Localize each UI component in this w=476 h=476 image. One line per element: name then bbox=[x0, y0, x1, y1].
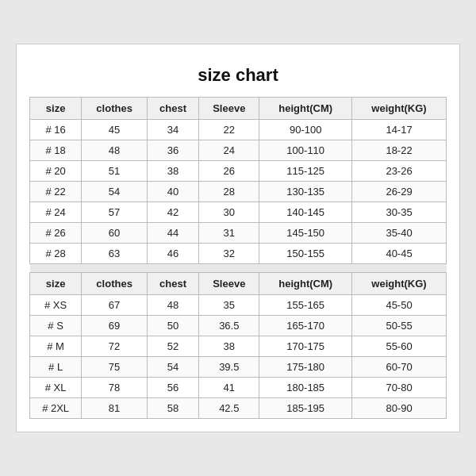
col-header-clothes-1: clothes bbox=[82, 98, 148, 120]
table-row: # 26604431145-15035-40 bbox=[30, 223, 447, 244]
table-row: # L755439.5175-18060-70 bbox=[30, 357, 447, 378]
table-row: # S695036.5165-17050-55 bbox=[30, 316, 447, 336]
col-header-chest-2: chest bbox=[147, 273, 198, 295]
size-chart-table: size clothes chest Sleeve height(CM) wei… bbox=[29, 97, 447, 419]
col-header-size-2: size bbox=[30, 273, 82, 295]
chart-title: size chart bbox=[29, 57, 447, 97]
col-header-sleeve-1: Sleeve bbox=[199, 98, 259, 120]
section-divider bbox=[30, 264, 447, 273]
table-row: # 24574230140-14530-35 bbox=[30, 202, 447, 223]
table-row: # 2XL815842.5185-19580-90 bbox=[30, 398, 447, 419]
table-row: # 28634632150-15540-45 bbox=[30, 244, 447, 264]
col-header-weight-1: weight(KG) bbox=[352, 98, 447, 120]
col-header-clothes-2: clothes bbox=[82, 273, 148, 295]
col-header-size-1: size bbox=[30, 98, 82, 120]
col-header-chest-1: chest bbox=[147, 98, 198, 120]
col-header-sleeve-2: Sleeve bbox=[199, 273, 259, 295]
col-header-weight-2: weight(KG) bbox=[352, 273, 447, 295]
table-row: # 20513826115-12523-26 bbox=[30, 161, 447, 182]
table-header-row-2: size clothes chest Sleeve height(CM) wei… bbox=[30, 273, 447, 295]
table-row: # 1645342290-10014-17 bbox=[30, 120, 447, 140]
size-chart-card: size chart size clothes chest Sleeve hei… bbox=[16, 44, 460, 432]
col-header-height-1: height(CM) bbox=[259, 98, 352, 120]
table-row: # 22544028130-13526-29 bbox=[30, 182, 447, 202]
table-row: # XS674835155-16545-50 bbox=[30, 295, 447, 316]
table-row: # M725238170-17555-60 bbox=[30, 336, 447, 357]
table-header-row-1: size clothes chest Sleeve height(CM) wei… bbox=[30, 98, 447, 120]
table-row: # 18483624100-11018-22 bbox=[30, 140, 447, 161]
col-header-height-2: height(CM) bbox=[259, 273, 352, 295]
table-row: # XL785641180-18570-80 bbox=[30, 378, 447, 398]
